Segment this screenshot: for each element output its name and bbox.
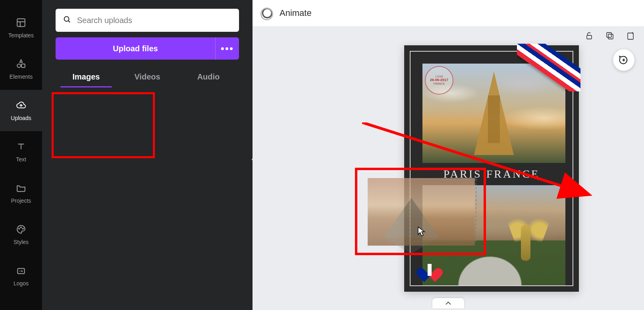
eiffel-tower-graphic xyxy=(474,72,514,155)
svg-rect-2 xyxy=(21,64,25,68)
nav-item-styles[interactable]: Styles xyxy=(0,214,42,255)
elements-icon xyxy=(15,58,27,70)
nav-item-elements[interactable]: Elements xyxy=(0,48,42,90)
page-tools xyxy=(584,30,636,41)
animate-icon xyxy=(262,8,272,18)
photo-slot-top[interactable]: LYON 26-06-2017 FRANCE xyxy=(422,64,565,163)
search-input[interactable] xyxy=(77,16,232,25)
upload-row: Upload files ••• xyxy=(56,37,239,60)
text-icon xyxy=(15,141,27,152)
add-comment-button[interactable] xyxy=(613,49,634,71)
nav-item-projects[interactable]: Projects xyxy=(0,172,42,214)
svg-point-5 xyxy=(23,228,23,229)
stamp-date: 26-06-2017 xyxy=(430,78,448,82)
logos-icon xyxy=(15,265,27,276)
search-icon xyxy=(63,15,71,25)
svg-rect-8 xyxy=(587,35,592,39)
nav-rail: Templates Elements Uploads Text Projects… xyxy=(0,0,42,310)
uploads-icon xyxy=(15,100,27,111)
svg-point-1 xyxy=(17,64,21,68)
canvas-toolbar: Animate xyxy=(253,0,644,26)
nav-label: Styles xyxy=(13,239,29,245)
expand-pages-button[interactable] xyxy=(432,298,464,308)
nav-label: Templates xyxy=(8,32,34,39)
tab-images[interactable]: Images xyxy=(56,67,117,87)
styles-icon xyxy=(15,224,27,235)
svg-point-7 xyxy=(64,17,69,21)
tab-videos[interactable]: Videos xyxy=(117,67,178,87)
svg-point-4 xyxy=(21,227,21,228)
uploads-panel: Upload files ••• Images Videos Audio xyxy=(42,0,253,310)
lock-page-button[interactable] xyxy=(584,30,595,41)
nav-item-logos[interactable]: Logos xyxy=(0,255,42,296)
canvas-area: Animate LYON 26-06-2017 FRANCE xyxy=(253,0,644,310)
nav-item-templates[interactable]: Templates xyxy=(0,7,42,48)
upload-more-button[interactable]: ••• xyxy=(215,37,239,60)
svg-rect-10 xyxy=(607,33,611,37)
nav-item-text[interactable]: Text xyxy=(0,131,42,172)
projects-icon xyxy=(15,182,27,194)
svg-rect-9 xyxy=(608,34,613,39)
upload-files-button[interactable]: Upload files xyxy=(56,37,215,60)
tab-audio[interactable]: Audio xyxy=(178,67,239,87)
nav-label: Logos xyxy=(13,280,29,287)
svg-rect-0 xyxy=(17,19,25,27)
passport-stamp-graphic: LYON 26-06-2017 FRANCE xyxy=(425,66,453,95)
annotation-source-box xyxy=(52,92,155,158)
nav-label: Elements xyxy=(10,74,33,80)
annotation-target-box xyxy=(355,168,486,255)
nav-label: Text xyxy=(16,156,26,163)
stamp-bottom: FRANCE xyxy=(434,82,445,85)
animate-button[interactable]: Animate xyxy=(280,8,312,18)
svg-point-3 xyxy=(19,228,19,229)
templates-icon xyxy=(15,17,27,28)
cursor-icon xyxy=(418,227,426,238)
add-page-button[interactable] xyxy=(625,30,636,41)
nav-label: Uploads xyxy=(11,115,31,121)
duplicate-page-button[interactable] xyxy=(604,30,615,41)
upload-tabs: Images Videos Audio xyxy=(56,67,239,87)
flag-heart-graphic xyxy=(422,262,438,277)
svg-rect-11 xyxy=(628,33,633,39)
nav-label: Projects xyxy=(11,198,31,204)
search-wrap xyxy=(56,9,239,32)
nav-item-uploads[interactable]: Uploads xyxy=(0,90,42,131)
